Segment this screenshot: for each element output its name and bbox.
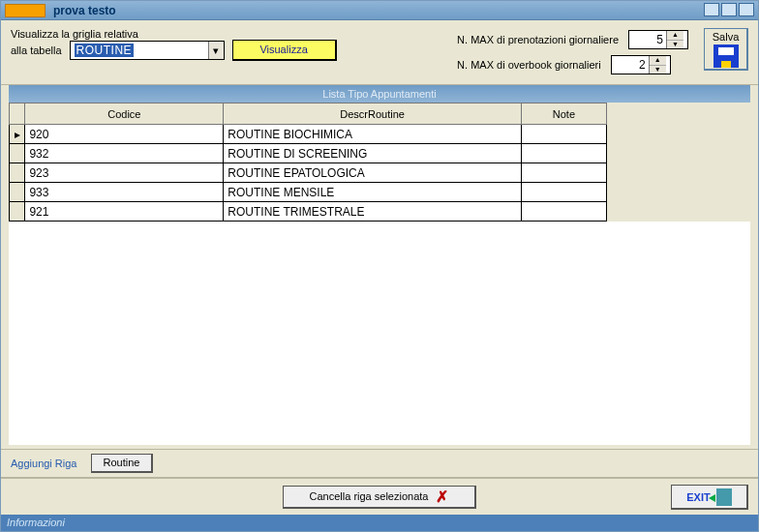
grid-label-2: alla tabella — [11, 44, 62, 56]
table-row[interactable]: 923ROUTINE EPATOLOGICA — [10, 163, 607, 183]
max-prenotazioni-label: N. MAX di prenotazioni giornaliere — [457, 34, 619, 45]
floppy-icon — [713, 44, 739, 68]
cell-note[interactable] — [521, 125, 606, 144]
max-overbook-spinner[interactable]: ▲ ▼ — [611, 55, 671, 74]
visualizza-button[interactable]: Visualizza — [232, 40, 337, 61]
row-selector[interactable]: ▸ — [10, 125, 25, 144]
cell-note[interactable] — [521, 144, 606, 163]
cell-note[interactable] — [521, 202, 606, 222]
col-descr-header[interactable]: DescrRoutine — [224, 103, 521, 125]
table-row[interactable]: 921ROUTINE TRIMESTRALE — [10, 202, 607, 222]
cell-descr[interactable]: ROUTINE MENSILE — [224, 183, 521, 202]
grid-empty-space — [9, 222, 750, 445]
cell-descr[interactable]: ROUTINE TRIMESTRALE — [224, 202, 521, 222]
spinner-down-icon[interactable]: ▼ — [667, 41, 683, 49]
cell-note[interactable] — [521, 163, 606, 183]
window-title: prova testo — [49, 4, 116, 17]
spinner-down-icon[interactable]: ▼ — [650, 66, 666, 74]
grid-wrapper: Codice DescrRoutine Note ▸920ROUTINE BIO… — [1, 103, 758, 222]
max-prenotazioni-spinner[interactable]: ▲ ▼ — [628, 30, 688, 49]
cell-codice[interactable]: 932 — [25, 144, 224, 163]
spinner-up-icon[interactable]: ▲ — [667, 31, 683, 41]
cell-descr[interactable]: ROUTINE EPATOLOGICA — [224, 163, 521, 183]
table-row[interactable]: ▸920ROUTINE BIOCHIMICA — [10, 125, 607, 144]
exit-button[interactable]: EXIT — [671, 485, 748, 510]
table-select[interactable]: ROUTINE ▾ — [70, 41, 225, 60]
col-codice-header[interactable]: Codice — [25, 103, 224, 125]
save-group: Salva — [704, 28, 748, 71]
cell-descr[interactable]: ROUTINE DI SCREENING — [224, 144, 521, 163]
cell-codice[interactable]: 920 — [25, 125, 224, 144]
cell-codice[interactable]: 933 — [25, 183, 224, 202]
spinner-up-icon[interactable]: ▲ — [650, 56, 666, 66]
aggiungi-riga-label: Aggiungi Riga — [11, 458, 77, 469]
salva-label: Salva — [713, 31, 740, 43]
spinner-arrows: ▲ ▼ — [666, 31, 683, 48]
row-selector[interactable] — [10, 183, 25, 202]
table-row[interactable]: 933ROUTINE MENSILE — [10, 183, 607, 202]
section-header: Lista Tipo Appuntamenti — [9, 85, 750, 103]
row-selector-header — [10, 103, 25, 125]
chevron-down-icon: ▾ — [208, 42, 224, 59]
row-selector[interactable] — [10, 144, 25, 163]
minimize-button[interactable] — [704, 3, 719, 16]
cancella-riga-button[interactable]: Cancella riga selezionata ✗ — [283, 486, 476, 509]
cell-descr[interactable]: ROUTINE BIOCHIMICA — [224, 125, 521, 144]
maximize-button[interactable] — [721, 3, 737, 16]
max-overbook-label: N. MAX di overbook giornalieri — [457, 59, 601, 71]
add-row-bar: Aggiungi Riga Routine — [1, 449, 758, 478]
cell-codice[interactable]: 921 — [25, 202, 224, 222]
row-selector[interactable] — [10, 202, 25, 222]
spinner-arrows: ▲ ▼ — [649, 56, 666, 74]
close-button[interactable] — [739, 3, 754, 16]
salva-button[interactable]: Salva — [704, 28, 748, 71]
titlebar: prova testo — [1, 1, 758, 20]
table-selection-group: Visualizza la griglia relativa alla tabe… — [11, 28, 337, 61]
routine-grid[interactable]: Codice DescrRoutine Note ▸920ROUTINE BIO… — [9, 103, 607, 222]
bottom-bar: Cancella riga selezionata ✗ EXIT — [1, 478, 758, 515]
window-controls — [704, 3, 754, 16]
exit-label: EXIT — [686, 491, 710, 503]
grid-label: Visualizza la griglia relativa — [11, 28, 337, 40]
cell-note[interactable] — [521, 183, 606, 202]
delete-x-icon: ✗ — [436, 488, 448, 506]
statusbar: Informazioni — [1, 515, 758, 531]
max-group: N. MAX di prenotazioni giornaliere ▲ ▼ N… — [457, 28, 688, 74]
app-window: prova testo Visualizza la griglia relati… — [0, 0, 759, 532]
cell-codice[interactable]: 923 — [25, 163, 224, 183]
table-row[interactable]: 932ROUTINE DI SCREENING — [10, 144, 607, 163]
title-icon — [5, 4, 46, 17]
top-panel: Visualizza la griglia relativa alla tabe… — [1, 20, 758, 85]
row-selector[interactable] — [10, 163, 25, 183]
max-prenotazioni-input[interactable] — [629, 32, 666, 47]
table-select-value: ROUTINE — [75, 44, 135, 57]
max-overbook-input[interactable] — [612, 57, 649, 73]
routine-button[interactable]: Routine — [91, 454, 154, 473]
cancella-label: Cancella riga selezionata — [310, 490, 429, 502]
exit-door-icon — [716, 488, 732, 506]
col-note-header[interactable]: Note — [521, 103, 606, 125]
